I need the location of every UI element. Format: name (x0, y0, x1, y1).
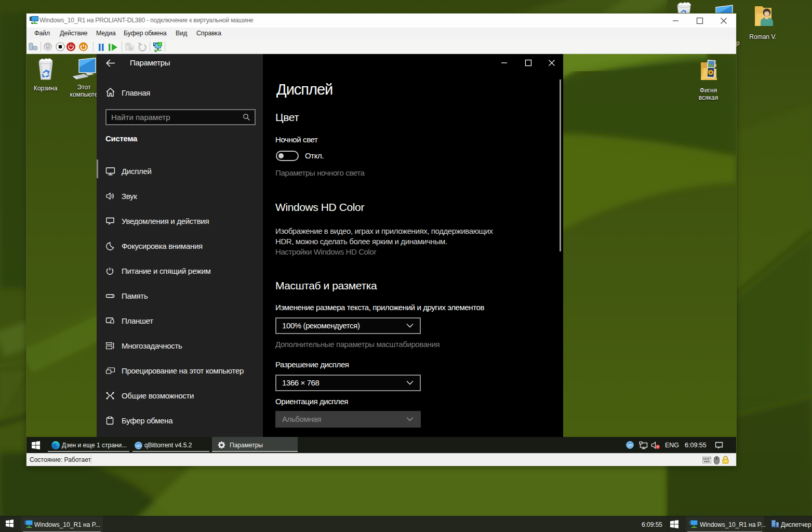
svg-text:qb: qb (136, 443, 141, 448)
svg-text:qb: qb (628, 443, 632, 447)
